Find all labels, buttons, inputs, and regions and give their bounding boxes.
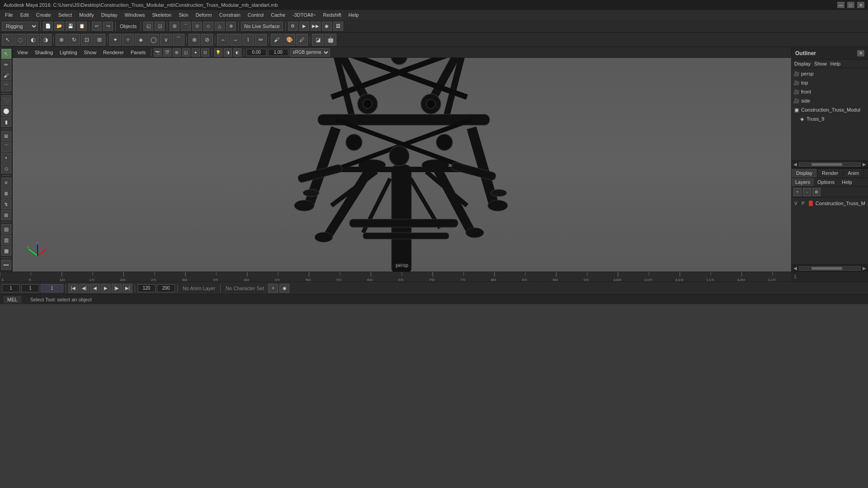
layer-options-btn[interactable]: ⚙ bbox=[812, 188, 821, 196]
scale-tool-btn[interactable]: ⊡ bbox=[81, 34, 93, 46]
ik-btn[interactable]: ∨ bbox=[160, 34, 172, 46]
hide-btn[interactable]: ⊘ bbox=[201, 34, 213, 46]
display-colors-btn[interactable]: ◪ bbox=[312, 34, 324, 46]
channels-lt[interactable]: ▥ bbox=[1, 235, 11, 245]
minimize-button[interactable]: — bbox=[837, 2, 844, 8]
vp-camera-btn[interactable]: 📷 bbox=[154, 48, 162, 56]
current-frame-input[interactable] bbox=[21, 284, 39, 292]
sub-tab-help[interactable]: Help bbox=[838, 178, 856, 186]
layers-h-scroll[interactable] bbox=[799, 266, 861, 271]
input-line-lt[interactable]: ≡ bbox=[1, 178, 11, 188]
timeline[interactable]: 1 5 10 15 20 25 30 35 40 45 50 bbox=[0, 272, 868, 282]
mel-indicator[interactable]: MEL bbox=[4, 296, 21, 303]
tree-item-construction-truss[interactable]: ▣ Construction_Truss_Modul bbox=[792, 105, 868, 114]
vp-menu-lighting[interactable]: Lighting bbox=[57, 49, 80, 56]
undo-btn[interactable]: ↩ bbox=[92, 22, 102, 31]
tree-item-front[interactable]: 🎥 front bbox=[792, 87, 868, 96]
menu-redshift[interactable]: Redshift bbox=[320, 11, 344, 19]
snap-center-btn[interactable]: ⊕ bbox=[226, 22, 236, 31]
select-tool-btn[interactable]: ↖ bbox=[2, 34, 14, 46]
cluster-btn[interactable]: ◈ bbox=[135, 34, 146, 46]
char-set-btn[interactable]: + bbox=[268, 284, 278, 293]
menu-windows[interactable]: Windows bbox=[122, 11, 148, 19]
sub-tab-options[interactable]: Options bbox=[814, 178, 838, 186]
select-by-hierarchy-btn[interactable]: ◱ bbox=[143, 22, 153, 31]
outliner-close-btn[interactable]: ✕ bbox=[857, 50, 864, 56]
timeline-ruler[interactable]: 1 5 10 15 20 25 30 35 40 45 50 bbox=[0, 272, 791, 282]
menu-display[interactable]: Display bbox=[98, 11, 121, 19]
menu-edit[interactable]: Edit bbox=[17, 11, 32, 19]
vp-value1-input[interactable] bbox=[246, 49, 267, 56]
paint-select-btn[interactable]: ◐ bbox=[27, 34, 39, 46]
misc-lt[interactable]: ••• bbox=[1, 260, 11, 270]
end-frame-input[interactable] bbox=[137, 284, 156, 292]
snap-to-surface-lt[interactable]: ◇ bbox=[1, 164, 11, 174]
pencil-btn[interactable]: ✏ bbox=[255, 34, 267, 46]
tab-render[interactable]: Render bbox=[817, 169, 843, 178]
tree-item-truss9[interactable]: ◈ Truss_9 bbox=[797, 114, 868, 123]
layers-scroll-right[interactable]: ▶ bbox=[863, 266, 866, 271]
tab-anim[interactable]: Anim bbox=[843, 169, 864, 178]
layers-scroll-left[interactable]: ◀ bbox=[793, 266, 797, 271]
joint-btn[interactable]: ◯ bbox=[147, 34, 159, 46]
select-mode-btn[interactable]: ↖ bbox=[1, 49, 11, 59]
rigging-dropdown[interactable]: Rigging bbox=[2, 22, 38, 31]
sculpt-mode-btn[interactable]: 🖌 bbox=[1, 70, 11, 80]
play-fwd-btn[interactable]: ▶ bbox=[101, 284, 111, 293]
sculpt-btn[interactable]: ✧ bbox=[122, 34, 134, 46]
layers-lt[interactable]: ▤ bbox=[1, 224, 11, 234]
vp-menu-view[interactable]: View bbox=[14, 49, 31, 56]
start-frame-input[interactable] bbox=[2, 284, 20, 292]
menu-select[interactable]: Select bbox=[55, 11, 75, 19]
menu-skeleton[interactable]: Skeleton bbox=[149, 11, 175, 19]
paint-weights-btn[interactable]: 🖌 bbox=[271, 34, 283, 46]
go-start-btn[interactable]: |◀ bbox=[68, 284, 78, 293]
render-all-btn[interactable]: ▶▶ bbox=[311, 22, 321, 31]
vp-menu-shading[interactable]: Shading bbox=[32, 49, 56, 56]
menu-help[interactable]: Help bbox=[345, 11, 362, 19]
vp-lights-btn[interactable]: 💡 bbox=[214, 48, 222, 56]
outliner-menu-help[interactable]: Help bbox=[830, 61, 841, 66]
menu-cache[interactable]: Cache bbox=[268, 11, 288, 19]
viewport-canvas[interactable]: .truss-beam { fill: #111; stroke: #333; … bbox=[13, 58, 791, 272]
vp-smooth-btn[interactable]: ● bbox=[192, 48, 200, 56]
vp-shadows-btn[interactable]: ◑ bbox=[224, 48, 232, 56]
poly-cyl-btn[interactable]: ▮ bbox=[1, 117, 11, 127]
save-scene-btn[interactable]: 💾 bbox=[66, 22, 75, 31]
total-end-input[interactable] bbox=[157, 284, 175, 292]
snap-surface-btn[interactable]: ◇ bbox=[203, 22, 213, 31]
vp-color-profile-dropdown[interactable]: sRGB gamma bbox=[290, 48, 330, 56]
layer-item-construction[interactable]: V P Construction_Truss_M bbox=[792, 198, 868, 208]
output-lt[interactable]: ≣ bbox=[1, 188, 11, 198]
step-fwd-btn[interactable]: |▶ bbox=[112, 284, 122, 293]
poly-cube-btn[interactable]: ⬛ bbox=[1, 95, 11, 105]
sub-tab-layers[interactable]: Layers bbox=[792, 178, 814, 186]
paint-mode-btn[interactable]: ✏ bbox=[1, 60, 11, 70]
snap-to-grid-lt[interactable]: ⊞ bbox=[1, 131, 11, 141]
menu-deform[interactable]: Deform bbox=[193, 11, 215, 19]
menu-control[interactable]: Control bbox=[245, 11, 267, 19]
menu-skin[interactable]: Skin bbox=[175, 11, 191, 19]
keyframe-input[interactable] bbox=[41, 284, 63, 292]
show-manip-btn[interactable]: ⊗ bbox=[189, 34, 200, 46]
play-back-btn[interactable]: ◀ bbox=[90, 284, 100, 293]
select-btn[interactable]: ◲ bbox=[155, 22, 165, 31]
snap-grid-btn[interactable]: ⊞ bbox=[170, 22, 179, 31]
render-settings-btn[interactable]: ⚙ bbox=[288, 22, 298, 31]
snap-live-btn[interactable]: △ bbox=[215, 22, 225, 31]
vp-ao-btn[interactable]: ◐ bbox=[233, 48, 241, 56]
ipr-btn[interactable]: ◉ bbox=[322, 22, 332, 31]
menu-create[interactable]: Create bbox=[33, 11, 54, 19]
create-layer-btn[interactable]: + bbox=[793, 188, 802, 196]
close-button[interactable]: ✕ bbox=[857, 2, 864, 8]
vp-menu-show[interactable]: Show bbox=[81, 49, 99, 56]
menu-modify[interactable]: Modify bbox=[76, 11, 97, 19]
snap-curve-btn[interactable]: ⌒ bbox=[181, 22, 191, 31]
paint-attr-btn[interactable]: 🖊 bbox=[296, 34, 308, 46]
menu-file[interactable]: File bbox=[2, 11, 16, 19]
history-lt[interactable]: ↯ bbox=[1, 199, 11, 209]
move-tool-btn[interactable]: ⊕ bbox=[56, 34, 67, 46]
scroll-left-arrow[interactable]: ◀ bbox=[793, 162, 797, 167]
vp-grid-btn[interactable]: ⊞ bbox=[173, 48, 181, 56]
outliner-menu-display[interactable]: Display bbox=[794, 61, 811, 66]
